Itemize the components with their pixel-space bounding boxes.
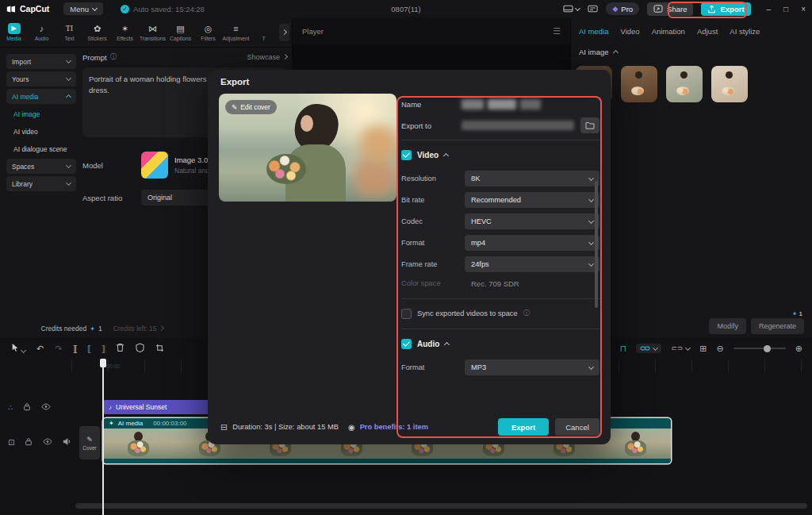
horizontal-scrollbar[interactable] xyxy=(75,503,807,509)
undo-button[interactable]: ↶ xyxy=(36,344,44,354)
info-icon: ⓘ xyxy=(523,309,530,318)
showcase-link[interactable]: Showcase xyxy=(247,53,287,61)
chevron-up-icon[interactable] xyxy=(443,152,449,158)
delete-button[interactable] xyxy=(116,343,124,354)
resolution-select[interactable]: 8K xyxy=(465,171,599,186)
playhead[interactable] xyxy=(100,359,106,515)
audio-format-select[interactable]: MP3 xyxy=(465,359,599,375)
aspect-ratio-select[interactable]: Original xyxy=(141,190,217,206)
playhead-line xyxy=(102,367,104,515)
speaker-icon[interactable] xyxy=(63,437,71,448)
dialog-export-button[interactable]: Export xyxy=(498,418,549,436)
audio-format-row: Format MP3 xyxy=(401,359,599,375)
chevron-up-icon[interactable] xyxy=(444,341,450,347)
zoom-out-icon[interactable]: ⊖ xyxy=(717,344,724,354)
share-button[interactable]: Share xyxy=(647,2,693,16)
folder-icon xyxy=(585,121,595,129)
mask-button[interactable] xyxy=(136,343,144,354)
trim-left-button[interactable]: ⟦ xyxy=(87,344,90,353)
pro-gem-icon: ◆ xyxy=(612,5,618,13)
link-toggle[interactable] xyxy=(636,344,661,353)
lock-icon[interactable] xyxy=(25,437,33,448)
menu-button[interactable]: Menu xyxy=(63,2,103,15)
thumbnail[interactable] xyxy=(621,66,657,102)
playhead-handle[interactable] xyxy=(100,359,106,367)
chevron-up-icon xyxy=(66,94,71,100)
chevron-right-icon[interactable] xyxy=(159,325,164,330)
ai-image-group-toggle[interactable]: AI image xyxy=(571,48,812,56)
tab-animation[interactable]: Animation xyxy=(652,27,685,36)
zoom-in-icon[interactable]: ⊕ xyxy=(795,344,802,354)
name-value-redacted[interactable] xyxy=(462,99,541,110)
thumbnail[interactable] xyxy=(711,66,748,102)
layout-button[interactable] xyxy=(563,5,580,13)
tab-adjustment[interactable]: ≡ Adjustment xyxy=(222,23,250,41)
tab-media[interactable]: ▶ Media xyxy=(0,23,28,41)
eye-icon[interactable] xyxy=(41,403,51,412)
sidebar-item-import[interactable]: Import xyxy=(6,54,76,69)
edit-cover-button[interactable]: ✎ Edit cover xyxy=(225,100,277,114)
notes-button[interactable] xyxy=(588,5,598,13)
maximize-button[interactable]: □ xyxy=(783,5,788,13)
layout-icon xyxy=(563,5,573,13)
pro-benefits-link[interactable]: Pro benefits: 1 item xyxy=(360,423,428,431)
framerate-select[interactable]: 24fps xyxy=(465,256,599,272)
tab-ai-stylize[interactable]: AI stylize xyxy=(730,27,760,36)
preview-frames-icon[interactable]: ⊞ xyxy=(699,344,707,354)
codec-select[interactable]: HEVC xyxy=(465,213,599,229)
framerate-row: Frame rate 24fps xyxy=(401,256,599,272)
sidebar-item-ai-dialogue-scene[interactable]: AI dialogue scene xyxy=(6,141,76,156)
eye-icon[interactable] xyxy=(43,438,52,447)
sync-checkbox[interactable] xyxy=(401,309,412,319)
format-select[interactable]: mp4 xyxy=(465,235,599,251)
tab-filters[interactable]: ◎ Filters xyxy=(194,23,222,41)
select-tool[interactable] xyxy=(11,343,25,354)
pro-badge[interactable]: ◆ Pro xyxy=(606,2,639,15)
player-menu-icon[interactable]: ☰ xyxy=(553,26,561,37)
modify-button[interactable]: Modify xyxy=(709,318,746,334)
close-button[interactable]: × xyxy=(801,5,806,13)
redo-button[interactable]: ↷ xyxy=(55,344,62,354)
tab-overflow[interactable]: T xyxy=(250,23,278,41)
sidebar-item-yours[interactable]: Yours xyxy=(6,71,76,86)
thumbnail[interactable] xyxy=(666,66,703,102)
tab-audio[interactable]: ♪ Audio xyxy=(28,23,56,41)
mirror-tool[interactable]: ⊂⊃ xyxy=(671,344,690,352)
export-path-redacted[interactable] xyxy=(462,121,574,130)
dialog-scrollbar[interactable] xyxy=(595,181,598,308)
crop-button[interactable] xyxy=(155,344,164,354)
sidebar-item-ai-image[interactable]: AI image xyxy=(6,106,76,121)
split-button[interactable]: ][ xyxy=(74,344,77,353)
model-thumbnail[interactable] xyxy=(141,152,168,179)
divider xyxy=(401,329,599,329)
cover-button[interactable]: ✎ Cover xyxy=(79,426,100,459)
tab-transitions[interactable]: ⋈ Transitions xyxy=(139,23,167,41)
slider-knob[interactable] xyxy=(764,345,771,352)
export-button[interactable]: Export xyxy=(701,2,750,16)
video-checkbox[interactable] xyxy=(401,150,412,160)
tab-video[interactable]: Video xyxy=(621,27,640,36)
magnet-icon[interactable]: ⊓ xyxy=(620,344,627,354)
share-icon xyxy=(653,5,663,13)
tab-captions[interactable]: ▤ Captions xyxy=(167,23,194,41)
timeline-zoom-slider[interactable] xyxy=(733,348,786,349)
regenerate-button[interactable]: Regenerate xyxy=(751,318,804,334)
tab-stickers[interactable]: ✿ Stickers xyxy=(83,23,111,41)
tab-effects[interactable]: ✶ Effects xyxy=(111,23,139,41)
tab-ai-media[interactable]: AI media xyxy=(579,27,609,36)
browse-folder-button[interactable] xyxy=(580,117,599,133)
tab-text[interactable]: TI Text xyxy=(56,23,83,41)
sidebar-item-ai-video[interactable]: AI video xyxy=(6,124,76,139)
export-to-row: Export to xyxy=(401,118,599,133)
dialog-cancel-button[interactable]: Cancel xyxy=(555,418,599,436)
minimize-button[interactable]: – xyxy=(767,5,772,13)
sidebar-item-spaces[interactable]: Spaces xyxy=(6,159,76,174)
trim-right-button[interactable]: ⟧ xyxy=(102,344,105,353)
sidebar-item-ai-media[interactable]: AI media xyxy=(6,89,76,104)
bitrate-select[interactable]: Recommended xyxy=(465,192,599,208)
sidebar-item-library[interactable]: Library xyxy=(6,176,76,191)
lock-icon[interactable] xyxy=(23,402,31,413)
tabbar-more-button[interactable] xyxy=(279,24,289,41)
audio-checkbox[interactable] xyxy=(401,339,412,349)
tab-adjust[interactable]: Adjust xyxy=(697,27,718,36)
